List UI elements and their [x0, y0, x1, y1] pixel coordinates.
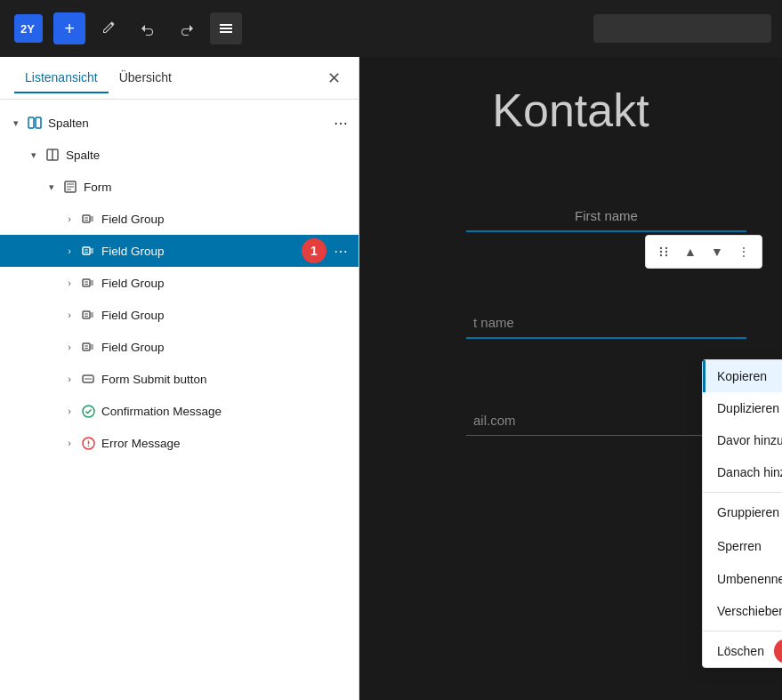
chevron-right-icon: › — [60, 374, 78, 384]
tree-item-fg1[interactable]: › Field Group — [0, 203, 359, 235]
chevron-down-icon: ▾ — [7, 117, 25, 129]
badge-2: 2 — [774, 639, 782, 664]
form-label: Form — [84, 181, 351, 194]
tree-item-form[interactable]: ▾ Form — [0, 171, 359, 203]
fg1-label: Field Group — [101, 213, 351, 226]
page-heading: Kontakt — [359, 84, 782, 137]
ctx-divider-1 — [703, 492, 782, 493]
context-menu: Kopieren Ctrl+C Duplizieren Ctrl+Shift+D… — [702, 359, 782, 668]
tree-item-spalte[interactable]: ▾ Spalte — [0, 139, 359, 171]
ctx-kopieren[interactable]: Kopieren Ctrl+C — [703, 360, 782, 392]
undo-icon — [141, 21, 155, 36]
ctx-duplizieren[interactable]: Duplizieren Ctrl+Shift+D — [703, 392, 782, 424]
tree-item-fg5[interactable]: › Field Group — [0, 331, 359, 363]
move-up-button[interactable]: ▲ — [678, 239, 703, 264]
lastname-field: t name — [466, 315, 746, 339]
block-toolbar: ▲ ▼ ⋮ — [645, 235, 762, 269]
block-more-button[interactable]: ⋮ — [731, 239, 756, 264]
form-submit-label: Form Submit button — [101, 373, 351, 386]
ctx-danach[interactable]: Danach hinzufügen Ctrl+Alt+Y — [703, 456, 782, 488]
tree-item-confirmation[interactable]: › Confirmation Message — [0, 395, 359, 427]
fg2-more-button[interactable]: ⋯ — [330, 240, 351, 261]
svg-rect-3 — [220, 31, 232, 33]
topbar: 2Y + — [0, 0, 782, 57]
move-down-button[interactable]: ▼ — [705, 239, 730, 264]
ctx-sperren[interactable]: Sperren 🔒 — [703, 528, 782, 563]
svg-point-53 — [665, 254, 667, 256]
chevron-down-icon: ▾ — [25, 149, 43, 161]
svg-rect-24 — [83, 279, 90, 286]
drag-handle[interactable] — [651, 239, 676, 264]
add-block-button[interactable]: + — [53, 12, 85, 44]
fg5-label: Field Group — [101, 341, 351, 354]
ctx-umbenennen-label: Umbenennen — [717, 572, 782, 586]
drag-icon — [658, 245, 669, 258]
logo-icon: 2Y — [14, 14, 43, 43]
svg-point-51 — [665, 251, 667, 253]
confirmation-icon — [78, 405, 98, 418]
svg-point-50 — [660, 251, 662, 253]
chevron-right-icon: › — [60, 310, 78, 320]
spalte-label: Spalte — [66, 149, 351, 162]
canvas-area: Kontakt First name ▲ ▼ ⋮ t name ail.com — [359, 57, 782, 700]
ctx-gruppieren[interactable]: Gruppieren — [703, 496, 782, 528]
svg-rect-12 — [83, 215, 90, 222]
spalten-more-button[interactable]: ⋯ — [330, 112, 351, 133]
chevron-right-icon: › — [60, 438, 78, 448]
ctx-danach-label: Danach hinzufügen — [717, 465, 782, 479]
svg-rect-4 — [28, 117, 34, 128]
svg-point-49 — [665, 247, 667, 249]
confirmation-label: Confirmation Message — [101, 405, 351, 418]
fieldgroup-icon — [78, 309, 98, 321]
ctx-umbenennen[interactable]: Umbenennen — [703, 563, 782, 595]
list-icon — [219, 21, 233, 36]
main-area: Listenansicht Übersicht ✕ ▾ Spalten ⋯ — [0, 57, 782, 700]
list-view-button[interactable] — [210, 12, 242, 44]
tree-item-form-submit[interactable]: › Form Submit button — [0, 363, 359, 395]
redo-button[interactable] — [171, 12, 203, 44]
edit-tool-button[interactable] — [93, 12, 125, 44]
tab-listenansicht[interactable]: Listenansicht — [14, 63, 109, 93]
tree-item-fg2[interactable]: › Field Group 1 ⋯ — [0, 235, 359, 267]
form-icon — [60, 181, 80, 193]
svg-rect-18 — [83, 247, 90, 254]
ctx-loschen-label: Löschen — [717, 644, 764, 658]
fieldgroup-icon — [78, 213, 98, 225]
error-icon — [78, 437, 98, 450]
ctx-davor[interactable]: Davor hinzufügen Ctrl+Alt+T — [703, 424, 782, 456]
ctx-verschieben-label: Verschieben nach — [717, 604, 782, 618]
svg-rect-5 — [36, 117, 41, 128]
fg4-label: Field Group — [101, 309, 351, 322]
pencil-icon — [101, 21, 116, 36]
sidebar-tabs: Listenansicht Übersicht ✕ — [0, 57, 359, 100]
tree-item-fg4[interactable]: › Field Group — [0, 299, 359, 331]
chevron-right-icon: › — [60, 213, 78, 224]
fg2-label: Field Group — [101, 245, 330, 258]
tab-ubersicht[interactable]: Übersicht — [109, 63, 182, 93]
tree-item-spalten[interactable]: ▾ Spalten ⋯ — [0, 107, 359, 139]
redo-icon — [180, 21, 194, 36]
chevron-right-icon: › — [60, 342, 78, 352]
sidebar: Listenansicht Übersicht ✕ ▾ Spalten ⋯ — [0, 57, 359, 700]
fieldgroup-icon — [78, 277, 98, 289]
search-input[interactable] — [593, 14, 771, 43]
ctx-sperren-label: Sperren — [717, 539, 762, 553]
chevron-down-icon: ▾ — [43, 181, 60, 193]
plus-icon: + — [64, 19, 75, 39]
ctx-verschieben[interactable]: Verschieben nach — [703, 595, 782, 627]
tree-area: ▾ Spalten ⋯ ▾ — [0, 100, 359, 700]
ctx-gruppieren-label: Gruppieren — [717, 505, 779, 519]
chevron-right-icon: › — [60, 406, 78, 416]
svg-point-47 — [87, 445, 89, 447]
undo-button[interactable] — [132, 12, 164, 44]
svg-rect-2 — [220, 28, 232, 29]
columns-icon — [25, 116, 44, 130]
logo-button[interactable]: 2Y — [11, 11, 46, 46]
tree-item-fg3[interactable]: › Field Group — [0, 267, 359, 299]
sidebar-close-button[interactable]: ✕ — [324, 65, 344, 92]
ctx-loschen[interactable]: Löschen Shift+Alt+Z 2 — [703, 635, 782, 667]
ctx-davor-label: Davor hinzufügen — [717, 433, 782, 447]
tree-item-error[interactable]: › Error Message — [0, 427, 359, 459]
fieldgroup-icon — [78, 245, 98, 257]
spalten-label: Spalten — [48, 117, 330, 130]
